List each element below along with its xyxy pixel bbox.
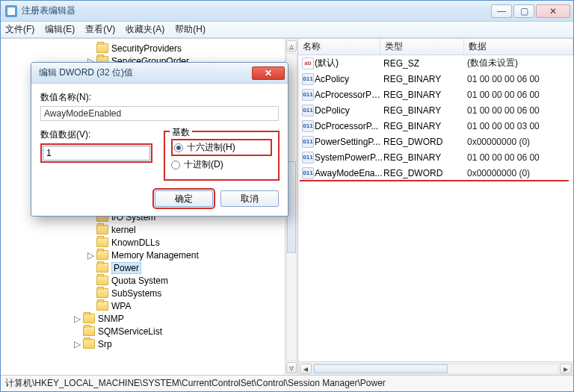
radix-column: 基数 十六进制(H) 十进制(D) xyxy=(164,128,279,180)
dialog-overlay: 编辑 DWORD (32 位)值 ✕ 数值名称(N): AwayModeEnab… xyxy=(1,1,573,391)
cancel-button[interactable]: 取消 xyxy=(220,190,279,207)
radio-unchecked-icon xyxy=(171,161,180,169)
value-data-column: 数值数据(V): xyxy=(40,128,152,163)
value-name-field: AwayModeEnabled xyxy=(40,106,279,121)
dialog-buttons: 确定 取消 xyxy=(40,190,279,207)
radix-hex-row[interactable]: 十六进制(H) xyxy=(171,139,272,156)
dialog-body: 数值名称(N): AwayModeEnabled 数值数据(V): 基数 xyxy=(31,84,288,216)
radix-dec-row[interactable]: 十进制(D) xyxy=(171,158,272,171)
radix-hex-label: 十六进制(H) xyxy=(187,141,235,154)
dialog-titlebar: 编辑 DWORD (32 位)值 ✕ xyxy=(31,63,288,84)
regedit-window: 注册表编辑器 — ▢ ✕ 文件(F) 编辑(E) 查看(V) 收藏夹(A) 帮助… xyxy=(0,0,574,392)
ok-button[interactable]: 确定 xyxy=(155,190,213,207)
dialog-row: 数值数据(V): 基数 十六进制(H) xyxy=(40,128,279,180)
dialog-close-button[interactable]: ✕ xyxy=(252,66,285,80)
value-data-highlight xyxy=(40,143,152,163)
value-name-label: 数值名称(N): xyxy=(40,91,279,104)
radio-checked-icon xyxy=(174,143,183,152)
edit-dword-dialog: 编辑 DWORD (32 位)值 ✕ 数值名称(N): AwayModeEnab… xyxy=(31,62,288,217)
radix-group: 基数 十六进制(H) 十进制(D) xyxy=(164,131,279,180)
value-data-label: 数值数据(V): xyxy=(40,128,152,141)
radix-legend: 基数 xyxy=(170,126,192,139)
dialog-title: 编辑 DWORD (32 位)值 xyxy=(39,66,133,79)
value-data-input[interactable] xyxy=(43,146,150,161)
radix-dec-label: 十进制(D) xyxy=(184,158,223,171)
